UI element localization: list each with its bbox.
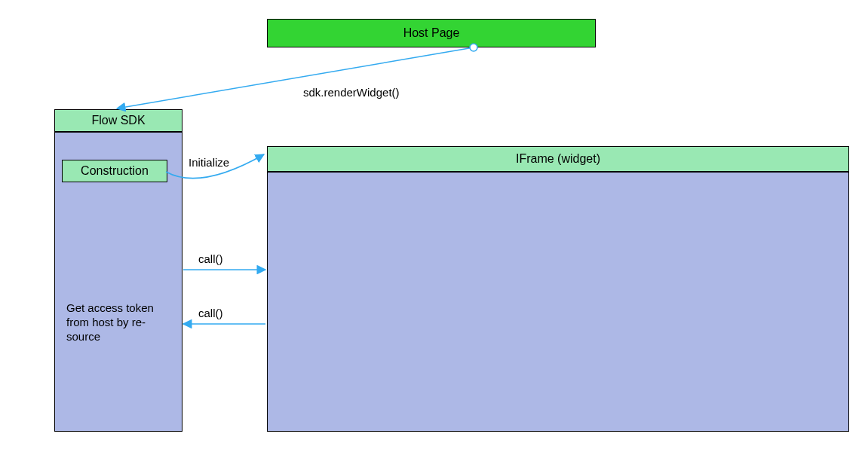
label-call1: call() (198, 252, 223, 265)
flow-sdk-header: Flow SDK (54, 109, 182, 132)
iframe-header-label: IFrame (widget) (516, 152, 600, 166)
diagram-canvas: Host Page Flow SDK Construction Get acce… (0, 0, 868, 449)
label-render: sdk.renderWidget() (303, 86, 400, 99)
arrow-render (117, 47, 474, 108)
label-call2: call() (198, 307, 223, 319)
construction-box: Construction (62, 160, 167, 182)
flow-sdk-label: Flow SDK (91, 114, 145, 127)
iframe-body (267, 172, 849, 432)
sdk-body-text: Get access token from host by re- source (66, 301, 172, 344)
construction-label: Construction (81, 164, 149, 178)
host-page-box: Host Page (267, 19, 596, 47)
iframe-header: IFrame (widget) (267, 146, 849, 172)
host-page-label: Host Page (403, 26, 460, 40)
label-initialize: Initialize (189, 156, 229, 169)
